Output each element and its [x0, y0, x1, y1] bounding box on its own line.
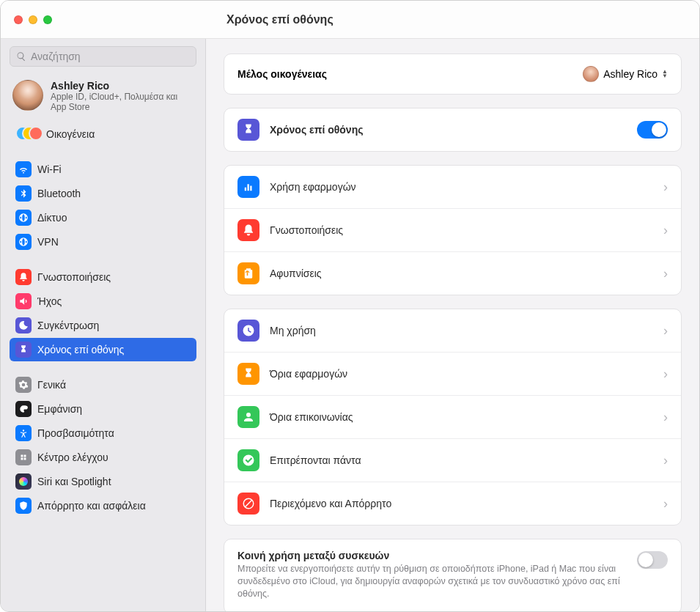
- account-header[interactable]: Ashley Rico Apple ID, iCloud+, Πολυμέσα …: [10, 75, 196, 122]
- minimize-window-button[interactable]: [29, 15, 37, 24]
- sidebar-item-label: Δίκτυο: [37, 212, 67, 224]
- family-member-avatar: [583, 66, 599, 82]
- page-title: Χρόνος επί οθόνης: [206, 13, 334, 26]
- window-controls: [1, 15, 206, 24]
- settings-row-content-privacy[interactable]: Περιεχόμενο και Απόρρητο›: [224, 482, 681, 525]
- sound-icon: [15, 293, 32, 309]
- settings-row-comm-limits[interactable]: Όρια επικοινωνίας›: [224, 396, 681, 439]
- sidebar-item-label: Ήχος: [37, 295, 62, 307]
- maximize-window-button[interactable]: [43, 15, 52, 24]
- sidebar-item-bluetooth[interactable]: Bluetooth: [10, 182, 196, 205]
- sidebar-item-label: Προσβασιμότητα: [37, 427, 114, 439]
- sidebar-item-privacy[interactable]: Απόρρητο και ασφάλεια: [10, 494, 196, 517]
- sidebar-item-vpn[interactable]: VPN: [10, 230, 196, 254]
- accessibility-icon: [15, 425, 32, 441]
- sidebar-item-family[interactable]: Οικογένεια: [10, 122, 196, 146]
- content-privacy-icon: [237, 493, 259, 515]
- settings-row-app-limits[interactable]: Όρια εφαρμογών›: [224, 353, 681, 396]
- share-across-devices-row: Κοινή χρήση μεταξύ συσκευών Μπορείτε να …: [224, 539, 681, 611]
- settings-row-label: Γνωστοποιήσεις: [270, 224, 663, 236]
- family-member-row[interactable]: Μέλος οικογένειας Ashley Rico ▲▼: [224, 54, 681, 94]
- sidebar-item-network[interactable]: Δίκτυο: [10, 206, 196, 229]
- settings-row-label: Επιτρέπονται πάντα: [270, 454, 663, 466]
- appearance-icon: [15, 401, 32, 417]
- sidebar-item-appearance[interactable]: Εμφάνιση: [10, 397, 196, 421]
- account-avatar: [12, 80, 43, 111]
- sidebar-item-label: Συγκέντρωση: [37, 320, 99, 331]
- settings-row-label: Χρήση εφαρμογών: [270, 181, 663, 193]
- comm-limits-icon: [237, 406, 259, 428]
- screen-time-label: Χρόνος επί οθόνης: [270, 124, 637, 136]
- search-input[interactable]: [31, 51, 190, 62]
- screen-time-toggle[interactable]: [637, 121, 668, 139]
- sidebar-item-bell[interactable]: Γνωστοποιήσεις: [10, 265, 196, 289]
- vpn-icon: [15, 234, 32, 250]
- family-member-value: Ashley Rico: [603, 68, 657, 80]
- bluetooth-icon: [15, 185, 32, 202]
- chevron-right-icon: ›: [663, 323, 668, 339]
- pickups-icon: [237, 262, 259, 284]
- chevron-right-icon: ›: [663, 410, 668, 425]
- chevron-right-icon: ›: [663, 180, 668, 195]
- always-allowed-icon: [237, 449, 259, 471]
- settings-row-notifications[interactable]: Γνωστοποιήσεις›: [224, 209, 681, 252]
- sidebar-item-label: Εμφάνιση: [37, 403, 82, 415]
- chevron-right-icon: ›: [663, 266, 668, 281]
- sidebar-item-gear[interactable]: Γενικά: [10, 373, 196, 397]
- app-limits-icon: [237, 363, 259, 385]
- sidebar-item-label: Wi-Fi: [37, 163, 62, 175]
- sidebar-item-label: Bluetooth: [37, 188, 81, 199]
- settings-row-label: Μη χρήση: [270, 325, 663, 336]
- privacy-icon: [15, 498, 32, 514]
- network-icon: [15, 210, 32, 226]
- settings-row-label: Αφυπνίσεις: [270, 268, 663, 279]
- settings-row-label: Περιεχόμενο και Απόρρητο: [270, 498, 663, 509]
- family-member-label: Μέλος οικογένειας: [237, 68, 583, 80]
- sidebar-item-label: Απόρρητο και ασφάλεια: [37, 500, 146, 512]
- wifi-icon: [15, 161, 32, 177]
- sidebar-item-label: Οικογένεια: [46, 128, 95, 140]
- search-input-wrapper[interactable]: [10, 46, 196, 67]
- chevron-right-icon: ›: [663, 223, 668, 238]
- notifications-icon: [237, 219, 259, 241]
- chevron-right-icon: ›: [663, 453, 668, 468]
- sidebar-item-wifi[interactable]: Wi-Fi: [10, 158, 196, 181]
- settings-row-label: Όρια εφαρμογών: [270, 368, 663, 380]
- settings-row-always-allowed[interactable]: Επιτρέπονται πάντα›: [224, 439, 681, 482]
- siri-icon: [15, 473, 32, 490]
- sidebar-item-label: Siri και Spotlight: [37, 476, 111, 487]
- settings-row-app-usage[interactable]: Χρήση εφαρμογών›: [224, 166, 681, 209]
- close-window-button[interactable]: [14, 15, 23, 24]
- sidebar-item-accessibility[interactable]: Προσβασιμότητα: [10, 421, 196, 445]
- chevron-right-icon: ›: [663, 496, 668, 512]
- settings-row-pickups[interactable]: Αφυπνίσεις›: [224, 252, 681, 295]
- share-across-devices-toggle[interactable]: [637, 551, 668, 569]
- sidebar-item-siri[interactable]: Siri και Spotlight: [10, 470, 196, 493]
- hourglass-icon: [15, 342, 32, 358]
- sidebar-item-label: Χρόνος επί οθόνης: [37, 344, 124, 355]
- dropdown-arrows-icon: ▲▼: [662, 70, 668, 78]
- sidebar-item-sound[interactable]: Ήχος: [10, 290, 196, 313]
- hourglass-icon: [237, 119, 259, 141]
- sidebar-item-focus[interactable]: Συγκέντρωση: [10, 314, 196, 337]
- bell-icon: [15, 269, 32, 285]
- family-icon: [15, 126, 40, 142]
- share-title: Κοινή χρήση μεταξύ συσκευών: [237, 550, 625, 561]
- sidebar-item-label: Κέντρο ελέγχου: [37, 451, 108, 463]
- account-name: Ashley Rico: [51, 80, 194, 92]
- sidebar-item-label: Γενικά: [37, 379, 66, 391]
- sidebar-item-label: VPN: [37, 236, 59, 248]
- sidebar-item-label: Γνωστοποιήσεις: [37, 271, 111, 283]
- app-usage-icon: [237, 176, 259, 198]
- control-center-icon: [15, 449, 32, 465]
- focus-icon: [15, 317, 32, 333]
- sidebar-item-hourglass[interactable]: Χρόνος επί οθόνης: [10, 338, 196, 361]
- screen-time-toggle-row: Χρόνος επί οθόνης: [224, 108, 681, 151]
- sidebar-item-control-center[interactable]: Κέντρο ελέγχου: [10, 446, 196, 469]
- settings-row-downtime[interactable]: Μη χρήση›: [224, 309, 681, 353]
- chevron-right-icon: ›: [663, 366, 668, 382]
- settings-row-label: Όρια επικοινωνίας: [270, 411, 663, 423]
- downtime-icon: [237, 320, 259, 342]
- share-description: Μπορείτε να ενεργοποιήσετε αυτήν τη ρύθμ…: [237, 563, 625, 600]
- account-subtitle: Apple ID, iCloud+, Πολυμέσα και App Stor…: [51, 92, 194, 113]
